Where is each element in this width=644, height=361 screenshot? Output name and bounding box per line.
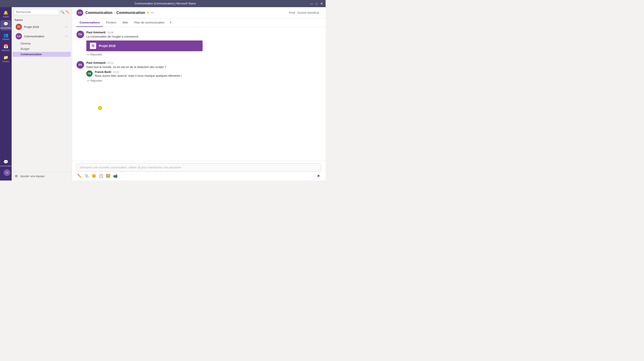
equipes-icon: 👥 [3, 33, 8, 38]
tab-plan[interactable]: Plan de communication [131, 18, 168, 27]
video-tool[interactable]: 📹 [113, 174, 118, 178]
nav-commentaire[interactable]: 💬 Commentaire [0, 158, 11, 168]
add-team-button[interactable]: ⚙ Ajouter une équipe [12, 172, 72, 180]
channel-budget-label: Budget [20, 48, 30, 50]
input-toolbar: ✏️ 📎 😊 📋 🖼️ 📹 ➤ [76, 173, 321, 178]
onenote-icon: N [90, 43, 96, 49]
reply-arrow-icon-1: ↩ [87, 53, 90, 56]
breadcrumb: Communication › Communication ★ ··· [86, 10, 154, 15]
team-avatar-projet2018: P2 [16, 24, 22, 30]
fichiers-nav-icon: 📁 [3, 55, 8, 60]
nav-fichiers-label: Fichiers [2, 60, 9, 63]
channel-budget[interactable]: Budget [12, 46, 71, 52]
message-input-placeholder: Démarrer une nouvelle conversation, util… [76, 163, 321, 172]
nav-reunions-label: Réunions [2, 49, 10, 52]
msg-content-2: Paul Ammanti 15:12 Salut tout le monde, … [86, 61, 321, 69]
team-name-projet2018: Projet 2018 [24, 25, 65, 29]
tab-fichiers[interactable]: Fichiers [103, 18, 120, 27]
msg-avatar-2: PA [76, 61, 84, 69]
reply-button-1[interactable]: ↩ Répondre [86, 52, 321, 56]
sidebar: 🔍 ✏️ Favors P2 Projet 2018 ··· CO Commun… [12, 7, 72, 180]
nav-fichiers[interactable]: 📁 Fichiers [0, 54, 11, 64]
add-team-icon: ⚙ [15, 174, 18, 178]
nav-activite-label: Activité [3, 16, 9, 18]
send-button[interactable]: ➤ [317, 173, 320, 178]
chat-area: PA Paul Ammanti 15:08 La conversation de… [72, 27, 326, 161]
msg-text-1: La conversation de l'onglet a commencé. [86, 35, 321, 39]
user-avatar[interactable]: U [4, 169, 10, 176]
channel-general[interactable]: Général [12, 41, 71, 46]
nav-conversation-label: Conversation [0, 27, 12, 29]
search-input[interactable] [14, 9, 59, 15]
team-more-communication[interactable]: ··· [65, 34, 68, 38]
nav-activite[interactable]: 🔔 Activité [0, 9, 11, 19]
team-avatar-communication: CO [16, 33, 22, 39]
reply-avatar-1: FB [86, 70, 92, 77]
channel-header-avatar: CO [76, 10, 83, 16]
close-button[interactable]: ✕ [320, 2, 323, 5]
message-header-1: PA Paul Ammanti 15:08 La conversation de… [76, 31, 321, 56]
message-group-2: PA Paul Ammanti 15:12 Salut tout le mond… [76, 61, 321, 83]
add-tab-button[interactable]: + [168, 19, 174, 26]
msg-content-1: Paul Ammanti 15:08 La conversation de l'… [86, 31, 321, 56]
team-item-projet2018[interactable]: P2 Projet 2018 ··· [12, 22, 71, 31]
msg-author-2: Paul Ammanti [86, 61, 106, 64]
sticker-tool[interactable]: 🖼️ [106, 174, 110, 178]
message-header-2: PA Paul Ammanti 15:12 Salut tout le mond… [76, 61, 321, 69]
team-name-communication: Communication [24, 35, 65, 38]
reply-content-1: Franck Burki 15:13 Nous avons bien avanc… [95, 70, 321, 78]
favorite-star-icon[interactable]: ★ [146, 11, 149, 15]
channel-communication[interactable]: Communication [12, 52, 71, 57]
onenote-card: N Projet 2018 [86, 40, 202, 51]
favs-label: Favors [12, 17, 72, 22]
msg-time-1: 15:08 [107, 31, 114, 34]
search-icon[interactable]: 🔍 [60, 10, 64, 14]
maximize-button[interactable]: □ [316, 2, 318, 5]
nav-conversation[interactable]: 💬 Conversation [0, 20, 11, 30]
nav-reunions[interactable]: 📅 Réunions [0, 42, 11, 53]
privacy-label: Privé [289, 11, 295, 14]
msg-avatar-1: PA [76, 31, 84, 38]
reply-author-1: Franck Burki [95, 70, 111, 74]
msg-text-2: Salut tout le monde, où en est-on de la … [86, 65, 321, 69]
reply-meta-1: Franck Burki 15:13 [95, 70, 321, 74]
add-team-label: Ajouter une équipe [20, 174, 44, 178]
msg-meta-1: Paul Ammanti 15:08 [86, 31, 321, 34]
team-more-projet2018[interactable]: ··· [65, 25, 68, 29]
minimize-button[interactable]: — [310, 2, 313, 5]
channel-breadcrumb-current: Communication [116, 10, 145, 15]
attach-tool[interactable]: 📎 [84, 174, 89, 178]
activity-icon: 🔔 [3, 10, 8, 15]
format-tool[interactable]: ✏️ [77, 174, 82, 178]
titlebar: Communication (Communication) | Microsof… [0, 0, 326, 7]
msg-time-2: 15:12 [107, 62, 114, 64]
team-breadcrumb: Communication [86, 11, 112, 15]
reply-time-1: 15:13 [113, 71, 119, 73]
main-content: CO Communication › Communication ★ ··· P… [72, 7, 326, 180]
tab-conversations[interactable]: Conversations [76, 18, 103, 27]
reunions-icon: 📅 [3, 44, 8, 49]
gif-tool[interactable]: 📋 [99, 174, 103, 178]
input-bar: Démarrer une nouvelle conversation, util… [72, 161, 326, 180]
message-group-1: PA Paul Ammanti 15:08 La conversation de… [76, 31, 321, 56]
titlebar-title: Communication (Communication) | Microsof… [20, 2, 310, 5]
nav-rail: 🔔 Activité 💬 Conversation 👥 Équipes 📅 Ré… [0, 7, 12, 180]
reply-button-2[interactable]: ↩ Répondre [86, 79, 321, 83]
onenote-title: Projet 2018 [99, 44, 116, 48]
edit-icon[interactable]: ✏️ [66, 10, 70, 14]
classify-label: Aucune classificat... [298, 11, 321, 14]
channel-general-label: Général [20, 42, 30, 45]
nav-equipes[interactable]: 👥 Équipes [0, 31, 11, 42]
channel-more-icon[interactable]: ··· [151, 10, 154, 15]
channel-header: CO Communication › Communication ★ ··· P… [72, 7, 326, 18]
team-item-communication[interactable]: CO Communication ··· [12, 32, 71, 41]
breadcrumb-separator: › [114, 11, 115, 15]
reply-message-1: FB Franck Burki 15:13 Nous avons bien av… [86, 70, 321, 78]
emoji-tool[interactable]: 😊 [92, 174, 96, 178]
header-right: Privé Aucune classificat... [289, 11, 321, 14]
sidebar-search-bar: 🔍 ✏️ [12, 7, 72, 17]
tab-wiki[interactable]: Wiki [120, 18, 131, 27]
msg-meta-2: Paul Ammanti 15:12 [86, 61, 321, 64]
channel-communication-label: Communication [20, 53, 42, 56]
nav-commentaire-label: Commentaire [0, 165, 12, 167]
